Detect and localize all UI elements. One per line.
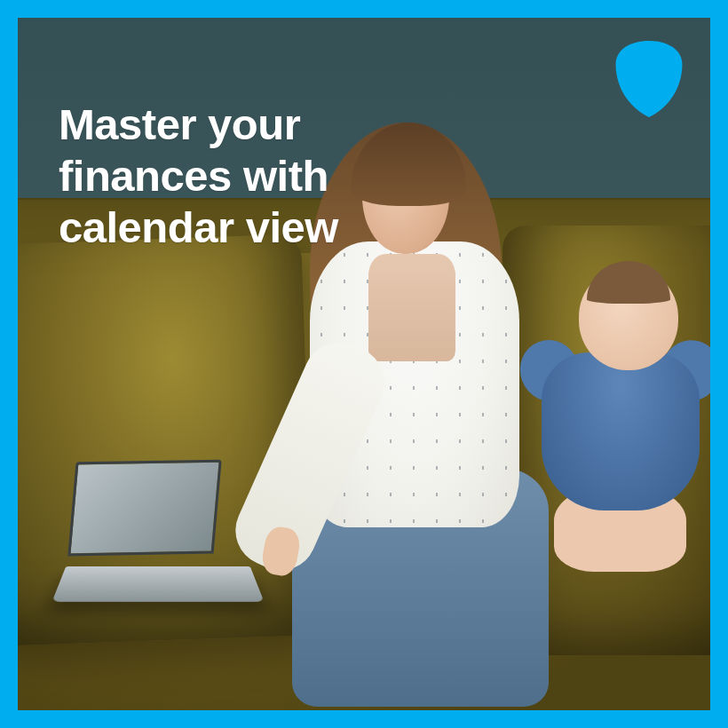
laptop-screen <box>67 460 221 557</box>
woman-inner-top <box>368 254 455 361</box>
eagle-shield-icon <box>614 41 684 117</box>
promo-image-area: Master your finances with calendar view <box>18 18 710 710</box>
laptop-keyboard-base <box>51 566 264 602</box>
baby-figure <box>517 267 710 572</box>
promo-headline: Master your finances with calendar view <box>59 99 449 253</box>
baby-dress <box>542 352 700 510</box>
laptop <box>59 461 267 613</box>
baby-hair <box>587 261 670 304</box>
promo-frame: Master your finances with calendar view <box>0 0 728 728</box>
